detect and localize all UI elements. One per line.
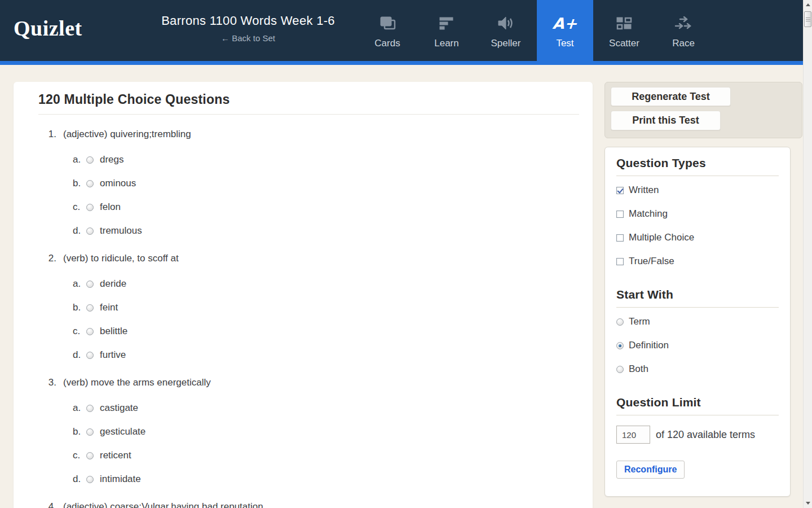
answer-option[interactable]: c.belittle: [26, 319, 579, 343]
question-limit-caption: of 120 available terms: [656, 429, 755, 441]
a-plus-glyph: A+: [552, 15, 578, 32]
regenerate-test-button[interactable]: Regenerate Test: [611, 87, 731, 106]
checkbox[interactable]: [616, 258, 624, 265]
question-type-option[interactable]: True/False: [616, 249, 779, 273]
scrollbar-thumb[interactable]: [804, 11, 811, 27]
divider: [616, 307, 779, 308]
nav-item-speller[interactable]: Speller: [478, 0, 534, 65]
cards-icon: [379, 14, 396, 33]
nav-item-scatter[interactable]: Scatter: [596, 0, 652, 65]
question-prompt: (verb) to ridicule, to scoff at: [63, 253, 179, 264]
triangle-down-icon: [806, 502, 810, 505]
question-type-option[interactable]: Matching: [616, 202, 779, 226]
vertical-scrollbar[interactable]: [803, 0, 812, 508]
option-radio-button[interactable]: [86, 227, 94, 235]
question-prompt: (adjective) coarse;Vulgar,having bad rep…: [63, 501, 263, 508]
main-nav: CardsLearnSpellerA+TestScatterRace: [359, 0, 712, 65]
start-with-option[interactable]: Definition: [616, 334, 779, 357]
option-radio-button[interactable]: [86, 428, 94, 436]
question-types-group: WrittenMatchingMultiple ChoiceTrue/False: [616, 178, 779, 273]
option-radio-button[interactable]: [86, 281, 94, 288]
answer-option[interactable]: d.tremulous: [26, 219, 579, 243]
answer-option[interactable]: d.furtive: [26, 343, 579, 367]
reconfigure-button[interactable]: Reconfigure: [616, 461, 685, 479]
option-text: belittle: [100, 326, 127, 337]
radio-label[interactable]: Both: [629, 364, 648, 375]
answer-option[interactable]: b.ominous: [26, 172, 579, 195]
option-letter: a.: [73, 278, 86, 290]
option-text: intimidate: [100, 474, 141, 485]
option-radio-button[interactable]: [86, 180, 94, 187]
answer-option[interactable]: a.deride: [26, 272, 579, 296]
test-actions-panel: Regenerate Test Print this Test: [604, 82, 802, 138]
question-number: 3.: [26, 377, 56, 388]
nav-item-label: Scatter: [609, 38, 639, 49]
quizlet-logo[interactable]: Quizlet: [14, 16, 82, 41]
option-radio-button[interactable]: [86, 476, 94, 483]
checkbox-label[interactable]: Multiple Choice: [629, 232, 694, 243]
option-letter: d.: [73, 225, 86, 237]
answer-option[interactable]: b.feint: [26, 296, 579, 319]
question-type-option[interactable]: Multiple Choice: [616, 226, 779, 249]
question-limit-row: of 120 available terms: [616, 426, 779, 444]
option-letter: d.: [73, 349, 86, 361]
question-limit-heading: Question Limit: [616, 396, 779, 409]
checkbox-label[interactable]: True/False: [629, 256, 674, 267]
speaker-icon: [497, 14, 514, 33]
question-type-option[interactable]: Written: [616, 178, 779, 202]
option-text: castigate: [100, 402, 138, 414]
race-icon: [674, 14, 692, 33]
option-text: felon: [100, 202, 121, 213]
answer-option[interactable]: a.castigate: [26, 396, 579, 420]
nav-item-cards[interactable]: Cards: [359, 0, 416, 65]
nav-item-race[interactable]: Race: [655, 0, 712, 65]
start-with-option[interactable]: Both: [616, 357, 779, 381]
start-with-option[interactable]: Term: [616, 310, 779, 334]
answer-option[interactable]: c.felon: [26, 195, 579, 219]
nav-item-test[interactable]: A+Test: [537, 0, 593, 65]
question-limit-input[interactable]: [616, 426, 650, 444]
option-radio-button[interactable]: [86, 204, 94, 211]
title-block: Barrons 1100 Words Week 1-6 ← Back to Se…: [135, 14, 361, 43]
radio-label[interactable]: Term: [629, 316, 650, 327]
option-letter: b.: [73, 302, 86, 313]
checkbox[interactable]: [616, 234, 624, 242]
question-number: 4.: [26, 501, 56, 508]
answer-option[interactable]: d.intimidate: [26, 467, 579, 491]
radio-button[interactable]: [616, 318, 624, 326]
option-text: tremulous: [100, 225, 142, 237]
option-radio-button[interactable]: [86, 156, 94, 164]
answer-option[interactable]: b.gesticulate: [26, 420, 579, 444]
test-heading: 120 Multiple Choice Questions: [26, 92, 579, 107]
option-text: gesticulate: [100, 426, 145, 437]
option-letter: b.: [73, 178, 86, 189]
question-number: 1.: [26, 129, 56, 140]
start-with-group: TermDefinitionBoth: [616, 310, 779, 381]
answer-option[interactable]: c.reticent: [26, 444, 579, 467]
print-test-button[interactable]: Print this Test: [611, 111, 721, 130]
option-radio-button[interactable]: [86, 304, 94, 312]
option-text: reticent: [100, 450, 131, 461]
radio-button[interactable]: [616, 342, 624, 349]
checkbox-label[interactable]: Written: [629, 185, 659, 196]
radio-button[interactable]: [616, 366, 624, 373]
option-letter: d.: [73, 474, 86, 485]
question-prompt: (verb) move the arms energetically: [63, 377, 211, 388]
checkbox[interactable]: [616, 211, 624, 218]
question-number: 2.: [26, 253, 56, 264]
nav-item-learn[interactable]: Learn: [418, 0, 475, 65]
option-radio-button[interactable]: [86, 328, 94, 335]
scroll-up-button[interactable]: [804, 0, 812, 10]
scroll-down-button[interactable]: [804, 498, 812, 508]
answer-option[interactable]: a.dregs: [26, 148, 579, 172]
checkbox-label[interactable]: Matching: [629, 208, 668, 220]
option-radio-button[interactable]: [86, 405, 94, 412]
scatter-icon: [616, 14, 633, 33]
radio-label[interactable]: Definition: [629, 340, 669, 351]
back-to-set-link[interactable]: ← Back to Set: [221, 33, 275, 43]
nav-item-label: Speller: [491, 38, 521, 49]
option-radio-button[interactable]: [86, 452, 94, 459]
nav-item-label: Race: [672, 38, 695, 49]
checkbox[interactable]: [616, 187, 624, 194]
option-radio-button[interactable]: [86, 352, 94, 359]
